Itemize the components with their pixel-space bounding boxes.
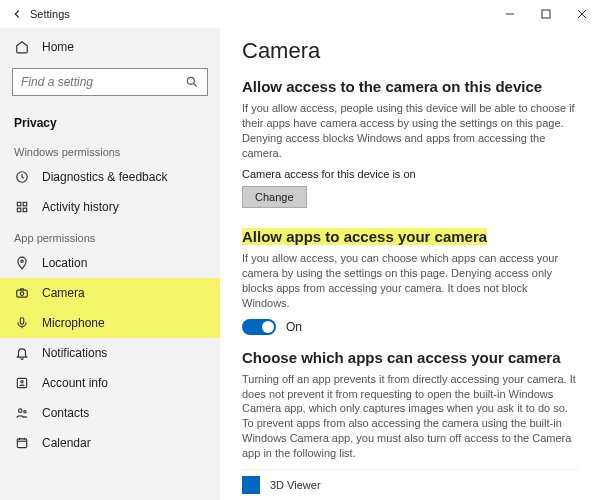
- svg-rect-14: [20, 318, 24, 324]
- sidebar-item-contacts[interactable]: Contacts: [0, 398, 220, 428]
- maximize-button[interactable]: [528, 0, 564, 28]
- contacts-icon: [14, 405, 30, 421]
- sidebar-item-label: Calendar: [42, 436, 91, 450]
- sidebar-item-home[interactable]: Home: [0, 32, 220, 62]
- section-device-access-text: If you allow access, people using this d…: [242, 101, 578, 160]
- window-title: Settings: [30, 8, 70, 20]
- section-app-access-heading: Allow apps to access your camera: [242, 228, 578, 245]
- account-icon: [14, 375, 30, 391]
- diagnostics-icon: [14, 169, 30, 185]
- svg-rect-9: [17, 208, 21, 212]
- main-content: Camera Allow access to the camera on thi…: [220, 28, 600, 500]
- sidebar-item-label: Location: [42, 256, 87, 270]
- app-icon: [242, 476, 260, 494]
- section-choose-apps-heading: Choose which apps can access your camera: [242, 349, 578, 366]
- svg-point-13: [20, 292, 24, 296]
- sidebar-item-label: Home: [42, 40, 74, 54]
- svg-rect-12: [17, 290, 28, 297]
- titlebar: Settings: [0, 0, 600, 28]
- svg-point-16: [21, 381, 23, 383]
- sidebar-item-location[interactable]: Location: [0, 248, 220, 278]
- history-icon: [14, 199, 30, 215]
- sidebar-item-microphone[interactable]: Microphone: [0, 308, 220, 338]
- app-name: 3D Viewer: [270, 479, 321, 491]
- sidebar-item-label: Account info: [42, 376, 108, 390]
- sidebar-group-windows-permissions: Windows permissions: [0, 136, 220, 162]
- section-device-access-heading: Allow access to the camera on this devic…: [242, 78, 578, 95]
- camera-icon: [14, 285, 30, 301]
- minimize-button[interactable]: [492, 0, 528, 28]
- search-box[interactable]: [12, 68, 208, 96]
- svg-rect-19: [17, 439, 26, 448]
- search-icon: [185, 75, 199, 89]
- calendar-icon: [14, 435, 30, 451]
- sidebar-category: Privacy: [0, 106, 220, 136]
- sidebar-item-label: Contacts: [42, 406, 89, 420]
- home-icon: [14, 39, 30, 55]
- sidebar-item-camera[interactable]: Camera: [0, 278, 220, 308]
- sidebar-item-label: Notifications: [42, 346, 107, 360]
- device-access-status: Camera access for this device is on: [242, 168, 578, 180]
- section-choose-apps-text: Turning off an app prevents it from dire…: [242, 372, 578, 461]
- bell-icon: [14, 345, 30, 361]
- search-input[interactable]: [21, 75, 185, 89]
- app-access-toggle[interactable]: [242, 319, 276, 335]
- svg-line-5: [194, 84, 197, 87]
- sidebar-item-account-info[interactable]: Account info: [0, 368, 220, 398]
- close-button[interactable]: [564, 0, 600, 28]
- change-button[interactable]: Change: [242, 186, 307, 208]
- section-app-access-text: If you allow access, you can choose whic…: [242, 251, 578, 310]
- sidebar-item-label: Camera: [42, 286, 85, 300]
- location-icon: [14, 255, 30, 271]
- sidebar-item-activity-history[interactable]: Activity history: [0, 192, 220, 222]
- svg-point-17: [19, 409, 23, 413]
- sidebar-item-notifications[interactable]: Notifications: [0, 338, 220, 368]
- sidebar-item-diagnostics[interactable]: Diagnostics & feedback: [0, 162, 220, 192]
- toggle-label: On: [286, 320, 302, 334]
- sidebar-item-label: Activity history: [42, 200, 119, 214]
- svg-rect-10: [23, 208, 27, 212]
- back-icon[interactable]: [10, 7, 24, 21]
- svg-point-4: [187, 77, 194, 84]
- sidebar-group-app-permissions: App permissions: [0, 222, 220, 248]
- sidebar-item-calendar[interactable]: Calendar: [0, 428, 220, 458]
- sidebar-item-label: Microphone: [42, 316, 105, 330]
- svg-rect-7: [17, 202, 21, 206]
- app-list-item[interactable]: 3D Viewer: [242, 469, 578, 494]
- sidebar-item-label: Diagnostics & feedback: [42, 170, 167, 184]
- sidebar: Home Privacy Windows permissions Diagnos…: [0, 28, 220, 500]
- svg-rect-1: [542, 10, 550, 18]
- svg-point-11: [21, 260, 23, 262]
- svg-point-18: [24, 411, 26, 413]
- microphone-icon: [14, 315, 30, 331]
- page-title: Camera: [242, 38, 578, 64]
- svg-rect-8: [23, 202, 27, 206]
